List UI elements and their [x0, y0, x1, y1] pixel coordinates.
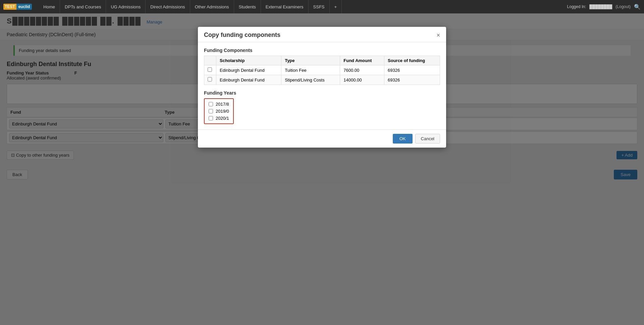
- year-row-1: 2017/8: [209, 102, 229, 107]
- modal-row1-cb-cell: [204, 65, 216, 75]
- modal-overlay: Copy funding components × Funding Compon…: [0, 13, 644, 325]
- modal-footer: OK Cancel: [198, 129, 446, 148]
- year-label-2: 2019/0: [216, 109, 229, 114]
- modal-row2-type: Stipend/Living Costs: [281, 75, 340, 85]
- th-scholarship: Scholarship: [216, 56, 281, 65]
- nav-plus[interactable]: +: [330, 0, 342, 13]
- nav-students[interactable]: Students: [234, 0, 261, 13]
- th-amount: Fund Amount: [340, 56, 384, 65]
- year-checkbox-1[interactable]: [209, 102, 213, 106]
- modal-row2-cb-cell: [204, 75, 216, 85]
- modal-row2-source: 69326: [384, 75, 440, 85]
- th-type: Type: [281, 56, 340, 65]
- th-checkbox: [204, 56, 216, 65]
- year-label-3: 2020/1: [216, 116, 229, 121]
- nav-home[interactable]: Home: [39, 0, 60, 13]
- funding-components-table: Scholarship Type Fund Amount Source of f…: [204, 56, 440, 85]
- nav-dpts[interactable]: DPTs and Courses: [60, 0, 106, 13]
- modal-row2-scholarship: Edinburgh Dental Fund: [216, 75, 281, 85]
- modal-row1-source: 69326: [384, 65, 440, 75]
- year-checkbox-3[interactable]: [209, 116, 213, 120]
- modal-row-1: Edinburgh Dental Fund Tuition Fee 7600.0…: [204, 65, 440, 75]
- logout-link[interactable]: (Logout): [615, 4, 631, 9]
- modal-title: Copy funding components: [204, 32, 280, 39]
- modal-row1-scholarship: Edinburgh Dental Fund: [216, 65, 281, 75]
- nav-ug[interactable]: UG Admissions: [106, 0, 146, 13]
- year-checkbox-2[interactable]: [209, 109, 213, 113]
- logo[interactable]: TEST euclid: [3, 4, 32, 10]
- funding-years-box: 2017/8 2019/0 2020/1: [204, 98, 234, 124]
- funding-years-title: Funding Years: [204, 90, 440, 96]
- nav-ssfs[interactable]: SSFS: [309, 0, 330, 13]
- nav-items: Home DPTs and Courses UG Admissions Dire…: [39, 0, 567, 13]
- year-row-2: 2019/0: [209, 109, 229, 114]
- modal-row-2: Edinburgh Dental Fund Stipend/Living Cos…: [204, 75, 440, 85]
- modal-row1-amount: 7600.00: [340, 65, 384, 75]
- modal-body: Funding Components Scholarship Type Fund…: [198, 42, 446, 129]
- year-label-1: 2017/8: [216, 102, 229, 107]
- nav-other[interactable]: Other Admissions: [190, 0, 234, 13]
- modal-close-button[interactable]: ×: [436, 32, 440, 38]
- username: ████████: [589, 4, 612, 9]
- year-row-3: 2020/1: [209, 116, 229, 121]
- search-button[interactable]: 🔍: [634, 4, 641, 10]
- modal-row2-checkbox[interactable]: [208, 77, 212, 82]
- modal-row1-checkbox[interactable]: [208, 67, 212, 72]
- copy-funding-modal: Copy funding components × Funding Compon…: [198, 27, 446, 148]
- nav-external[interactable]: External Examiners: [261, 0, 309, 13]
- nav-right: Logged In: ████████ (Logout) 🔍: [567, 4, 641, 10]
- modal-cancel-button[interactable]: Cancel: [415, 134, 440, 144]
- modal-row1-type: Tuition Fee: [281, 65, 340, 75]
- logo-test: TEST: [3, 4, 16, 10]
- logged-in-label: Logged In:: [567, 4, 586, 9]
- modal-row2-amount: 14000.00: [340, 75, 384, 85]
- top-nav: TEST euclid Home DPTs and Courses UG Adm…: [0, 0, 644, 13]
- th-source: Source of funding: [384, 56, 440, 65]
- nav-direct[interactable]: Direct Admissions: [146, 0, 190, 13]
- modal-header: Copy funding components ×: [198, 27, 446, 42]
- funding-components-title: Funding Components: [204, 48, 440, 53]
- modal-ok-button[interactable]: OK: [393, 134, 413, 144]
- logo-euclid: euclid: [16, 4, 32, 10]
